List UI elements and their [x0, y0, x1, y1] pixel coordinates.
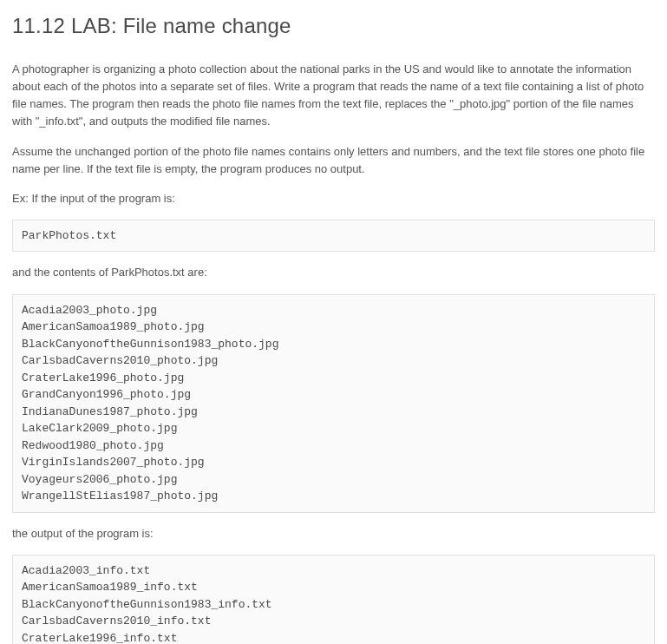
contents-code-block: Acadia2003_photo.jpg AmericanSamoa1989_p…: [12, 294, 655, 513]
intro-paragraph-1: A photographer is organizing a photo col…: [12, 61, 655, 131]
example-lead: Ex: If the input of the program is:: [12, 190, 655, 207]
lab-title: 11.12 LAB: File name change: [12, 10, 655, 42]
contents-lead: and the contents of ParkPhotos.txt are:: [12, 264, 655, 281]
intro-paragraph-2: Assume the unchanged portion of the phot…: [12, 143, 655, 178]
input-code-block: ParkPhotos.txt: [12, 220, 655, 253]
output-lead: the output of the program is:: [12, 525, 655, 542]
output-code-block: Acadia2003_info.txt AmericanSamoa1989_in…: [12, 555, 655, 644]
